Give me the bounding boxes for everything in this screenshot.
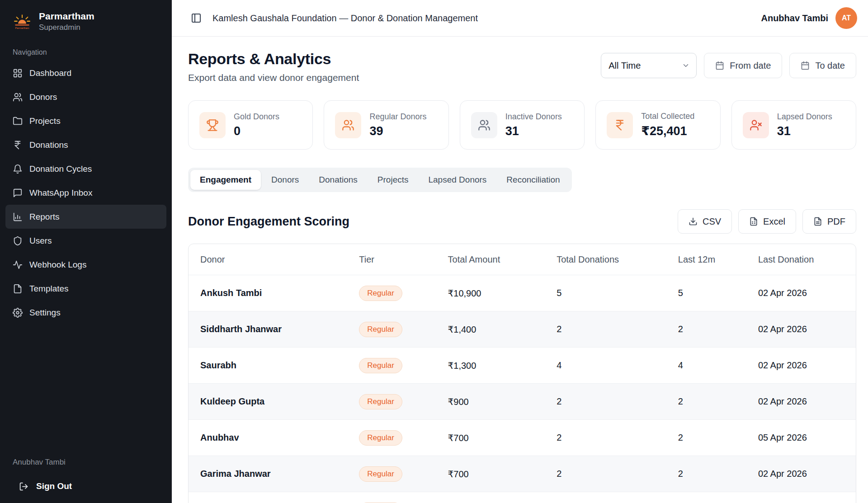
download-icon — [689, 217, 698, 226]
stat-label: Total Collected — [641, 112, 694, 121]
cell-last-12m: 4 — [666, 360, 746, 371]
sidebar-item-dashboard[interactable]: Dashboard — [5, 61, 166, 85]
main-area: Kamlesh Gaushala Foundation — Donor & Do… — [172, 0, 868, 503]
cell-total-amount: ₹10,900 — [436, 288, 545, 299]
shield-icon — [13, 236, 23, 246]
cell-last-12m: 2 — [666, 432, 746, 443]
cell-total-donations: 4 — [545, 360, 666, 371]
app-title: Kamlesh Gaushala Foundation — Donor & Do… — [212, 13, 478, 24]
cell-donor: Garima Jhanwar — [189, 469, 347, 479]
cell-tier: Regular — [347, 286, 436, 301]
engagement-table: Donor Tier Total Amount Total Donations … — [188, 244, 856, 503]
sidebar-item-projects[interactable]: Projects — [5, 109, 166, 133]
sidebar-item-users[interactable]: Users — [5, 229, 166, 253]
cell-last-donation: 02 Apr 2026 — [746, 360, 856, 371]
sidebar-item-reports[interactable]: Reports — [5, 205, 166, 229]
sidebar-footer: Anubhav Tambi Sign Out — [0, 458, 172, 503]
table-row-ankush-tambi[interactable]: Ankush Tambi Regular ₹10,900 5 5 02 Apr … — [189, 275, 856, 311]
stat-text: Inactive Donors 31 — [505, 112, 562, 138]
users-icon — [13, 92, 23, 102]
export-button-excel[interactable]: Excel — [738, 209, 796, 234]
cell-total-amount: ₹900 — [436, 396, 545, 407]
sidebar-item-settings[interactable]: Settings — [5, 301, 166, 324]
report-tabs: Engagement Donors Donations Projects Lap… — [188, 168, 572, 192]
sidebar-item-donors[interactable]: Donors — [5, 85, 166, 109]
tier-badge: Regular — [359, 322, 402, 337]
rupee-icon — [13, 140, 23, 150]
stat-text: Gold Donors 0 — [234, 112, 279, 138]
sidebar-item-templates[interactable]: Templates — [5, 277, 166, 301]
page-content: Reports & Analytics Export data and view… — [172, 37, 868, 503]
sidebar-item-label: Dashboard — [29, 68, 71, 78]
sidebar-item-label: Donations — [29, 140, 68, 150]
stat-card-lapsed-donors: Lapsed Donors 31 — [731, 100, 856, 150]
tier-badge: Regular — [359, 358, 402, 373]
sidebar-item-label: Donation Cycles — [29, 164, 92, 174]
from-date-label: From date — [730, 61, 771, 71]
table-row-garima-jhanwar[interactable]: Garima Jhanwar Regular ₹700 2 2 02 Apr 2… — [189, 456, 856, 492]
table-row-anubhav[interactable]: Anubhav Regular ₹700 2 2 05 Apr 2026 — [189, 419, 856, 456]
sidebar-item-webhook-logs[interactable]: Webhook Logs — [5, 253, 166, 277]
stat-label: Regular Donors — [369, 112, 426, 122]
sign-out-button[interactable]: Sign Out — [13, 481, 72, 491]
table-header: Donor Tier Total Amount Total Donations … — [189, 244, 856, 275]
stats-row: Gold Donors 0 Regular Donors 39 Inac — [188, 100, 856, 150]
brand-name: Parmartham — [39, 11, 94, 22]
tab-engagement[interactable]: Engagement — [190, 170, 261, 190]
tab-projects[interactable]: Projects — [368, 170, 418, 190]
report-filters: All Time From date To date — [601, 53, 856, 78]
tab-lapsed-donors[interactable]: Lapsed Donors — [419, 170, 496, 190]
cell-tier: Regular — [347, 358, 436, 373]
sidebar-toggle-button[interactable] — [191, 13, 202, 24]
bar-chart-icon — [13, 212, 23, 222]
brand: Parmartham Parmartham Superadmin — [0, 0, 172, 35]
stat-card-total-collected: Total Collected ₹25,401 — [595, 100, 720, 150]
avatar[interactable]: AT — [835, 7, 857, 29]
sidebar-item-donation-cycles[interactable]: Donation Cycles — [5, 157, 166, 181]
topbar: Kamlesh Gaushala Foundation — Donor & Do… — [172, 0, 868, 37]
cell-total-donations: 2 — [545, 396, 666, 407]
cell-last-12m: 2 — [666, 324, 746, 334]
cell-total-donations: 2 — [545, 469, 666, 479]
calendar-icon — [715, 61, 724, 70]
table-row-saurabh[interactable]: Saurabh Regular ₹1,300 4 4 02 Apr 2026 — [189, 347, 856, 383]
file-text-icon — [813, 217, 822, 226]
gear-icon — [13, 308, 23, 318]
export-button-label: CSV — [703, 216, 721, 227]
sidebar-item-label: Webhook Logs — [29, 260, 86, 270]
sidebar-item-label: Donors — [29, 92, 57, 102]
export-button-pdf[interactable]: PDF — [802, 209, 856, 234]
tab-reconciliation[interactable]: Reconciliation — [497, 170, 569, 190]
time-range-value: All Time — [609, 61, 641, 71]
table-body: Ankush Tambi Regular ₹10,900 5 5 02 Apr … — [189, 275, 856, 492]
cell-last-12m: 5 — [666, 288, 746, 298]
cell-last-donation: 02 Apr 2026 — [746, 396, 856, 407]
tab-donations[interactable]: Donations — [309, 170, 367, 190]
table-row-siddharth-jhanwar[interactable]: Siddharth Jhanwar Regular ₹1,400 2 2 02 … — [189, 311, 856, 347]
section-title: Donor Engagement Scoring — [188, 215, 349, 229]
tier-badge: Regular — [359, 466, 402, 482]
cell-tier: Regular — [347, 394, 436, 409]
export-button-csv[interactable]: CSV — [678, 209, 732, 234]
sidebar-nav: Dashboard Donors Projects Donations Dona… — [0, 61, 172, 324]
section-head: Donor Engagement Scoring CSV Excel — [188, 209, 856, 234]
from-date-button[interactable]: From date — [704, 53, 782, 78]
export-button-label: PDF — [827, 216, 845, 227]
cell-total-amount: ₹1,300 — [436, 360, 545, 371]
table-row-kuldeep-gupta[interactable]: Kuldeep Gupta Regular ₹900 2 2 02 Apr 20… — [189, 383, 856, 419]
page-head: Reports & Analytics Export data and view… — [188, 50, 856, 83]
sidebar-item-whatsapp-inbox[interactable]: WhatsApp Inbox — [5, 181, 166, 205]
time-range-select[interactable]: All Time — [601, 53, 697, 78]
to-date-button[interactable]: To date — [789, 53, 856, 78]
sidebar-item-donations[interactable]: Donations — [5, 133, 166, 157]
grid-icon — [13, 68, 23, 78]
activity-icon — [13, 260, 23, 270]
cell-last-12m: 2 — [666, 469, 746, 479]
stat-value: 31 — [777, 124, 832, 138]
brand-text: Parmartham Superadmin — [39, 11, 94, 32]
table-row-partial[interactable]: Regular — [189, 492, 856, 503]
sidebar-item-label: WhatsApp Inbox — [29, 188, 92, 198]
column-header-last-donation: Last Donation — [746, 254, 856, 265]
sidebar-item-label: Users — [29, 236, 52, 246]
tab-donors[interactable]: Donors — [262, 170, 308, 190]
